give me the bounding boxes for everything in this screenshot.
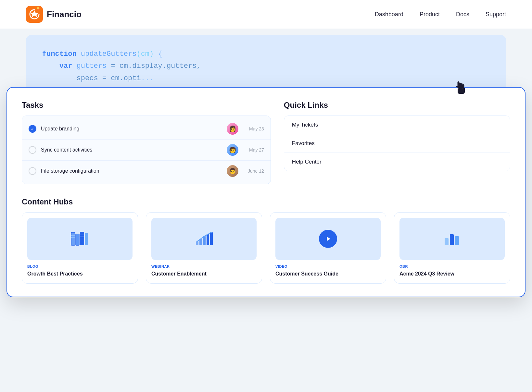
- tasks-quicklinks-row: Tasks ✓ Update branding 👩 May 23 Sync co…: [22, 101, 510, 184]
- bar-chart-icon: [441, 229, 463, 249]
- svg-rect-27: [455, 236, 459, 245]
- nav-support[interactable]: Support: [486, 11, 506, 18]
- brand-name: Financio: [47, 9, 82, 19]
- task-checkbox-2[interactable]: [29, 146, 36, 154]
- svg-rect-22: [207, 234, 209, 245]
- task-avatar-2: 🧑: [227, 144, 238, 156]
- task-avatar-1: 👩: [227, 123, 238, 135]
- quick-links-section: Quick Links My Tickets Favorites Help Ce…: [284, 101, 510, 184]
- tasks-card: ✓ Update branding 👩 May 23 Sync content …: [22, 116, 271, 184]
- task-checkbox-3[interactable]: [29, 167, 36, 175]
- financio-logo: [26, 6, 43, 23]
- hub-card-body-qbr: QBR Acme 2024 Q3 Review: [394, 260, 510, 283]
- code-line-3: specs = cm.opti...: [42, 72, 490, 84]
- task-date-3: June 12: [243, 168, 264, 174]
- task-item[interactable]: File storage configuration 👨 June 12: [22, 161, 271, 181]
- hub-type-qbr: QBR: [399, 264, 505, 268]
- dashboard-panel: Tasks ✓ Update branding 👩 May 23 Sync co…: [6, 87, 526, 297]
- hub-card-qbr[interactable]: QBR Acme 2024 Q3 Review: [394, 212, 510, 284]
- books-icon: [69, 229, 91, 249]
- play-icon: [319, 230, 337, 248]
- hub-card-image-webinar: [151, 218, 257, 260]
- brand-area: Financio: [26, 6, 82, 23]
- main-area: function updateGutters(cm) { var gutters…: [0, 29, 532, 391]
- task-item[interactable]: ✓ Update branding 👩 May 23: [22, 118, 271, 140]
- hub-card-body-webinar: WEBINAR Customer Enablement: [146, 260, 262, 283]
- hub-type-video: VIDEO: [275, 264, 381, 268]
- nav-product[interactable]: Product: [420, 11, 440, 18]
- svg-rect-11: [76, 234, 79, 245]
- svg-rect-19: [196, 241, 198, 245]
- svg-rect-26: [450, 234, 454, 245]
- hub-type-blog: BLOG: [27, 264, 133, 268]
- tasks-section: Tasks ✓ Update branding 👩 May 23 Sync co…: [22, 101, 271, 184]
- hub-card-title-qbr: Acme 2024 Q3 Review: [399, 270, 505, 277]
- hub-card-title-webinar: Customer Enablement: [151, 270, 257, 277]
- tasks-title: Tasks: [22, 101, 271, 110]
- hub-card-title-blog: Growth Best Practices: [27, 270, 133, 277]
- cursor-icon: [452, 79, 469, 99]
- code-line-2: var gutters = cm.display.gutters,: [42, 60, 490, 72]
- quick-link-help-center[interactable]: Help Center: [284, 153, 510, 171]
- quick-links-title: Quick Links: [284, 101, 510, 110]
- content-hubs-title: Content Hubs: [22, 197, 510, 206]
- svg-rect-13: [80, 232, 84, 245]
- quick-link-my-tickets[interactable]: My Tickets: [284, 116, 510, 134]
- svg-rect-9: [71, 232, 75, 245]
- hub-card-webinar[interactable]: WEBINAR Customer Enablement: [146, 212, 262, 284]
- hub-card-blog[interactable]: BLOG Growth Best Practices: [22, 212, 138, 284]
- content-hubs-row: BLOG Growth Best Practices: [22, 212, 510, 284]
- nav-links: Dashboard Product Docs Support: [375, 11, 506, 18]
- svg-marker-24: [327, 237, 330, 241]
- task-label-1: Update branding: [41, 126, 222, 132]
- quick-link-favorites[interactable]: Favorites: [284, 134, 510, 153]
- task-date-1: May 23: [243, 126, 264, 131]
- task-date-2: May 27: [243, 147, 264, 153]
- content-hubs-section: Content Hubs: [22, 197, 510, 284]
- hub-card-image-video: [275, 218, 381, 260]
- svg-rect-5: [458, 81, 459, 89]
- task-label-3: File storage configuration: [41, 168, 222, 174]
- hub-type-webinar: WEBINAR: [151, 264, 257, 268]
- nav-docs[interactable]: Docs: [456, 11, 469, 18]
- hub-card-body-video: VIDEO Customer Success Guide: [270, 260, 386, 283]
- svg-rect-21: [203, 236, 206, 245]
- chart-line-icon: [193, 229, 215, 249]
- hub-card-image-qbr: [399, 218, 505, 260]
- task-checkbox-1[interactable]: ✓: [29, 125, 36, 133]
- hub-card-body-blog: BLOG Growth Best Practices: [22, 260, 138, 283]
- svg-rect-23: [210, 232, 213, 245]
- svg-rect-25: [445, 238, 449, 245]
- task-item[interactable]: Sync content activities 🧑 May 27: [22, 140, 271, 161]
- svg-rect-14: [85, 233, 88, 245]
- nav-dashboard[interactable]: Dashboard: [375, 11, 403, 18]
- hub-card-title-video: Customer Success Guide: [275, 270, 381, 277]
- hub-card-video[interactable]: VIDEO Customer Success Guide: [270, 212, 386, 284]
- svg-point-3: [37, 7, 39, 9]
- task-avatar-3: 👨: [227, 165, 238, 177]
- quick-links-card: My Tickets Favorites Help Center: [284, 116, 510, 171]
- hub-card-image-blog: [27, 218, 133, 260]
- code-line-1: function updateGutters(cm) {: [42, 48, 490, 60]
- navbar: Financio Dashboard Product Docs Support: [0, 0, 532, 29]
- task-label-2: Sync content activities: [41, 147, 222, 153]
- svg-rect-7: [461, 83, 462, 89]
